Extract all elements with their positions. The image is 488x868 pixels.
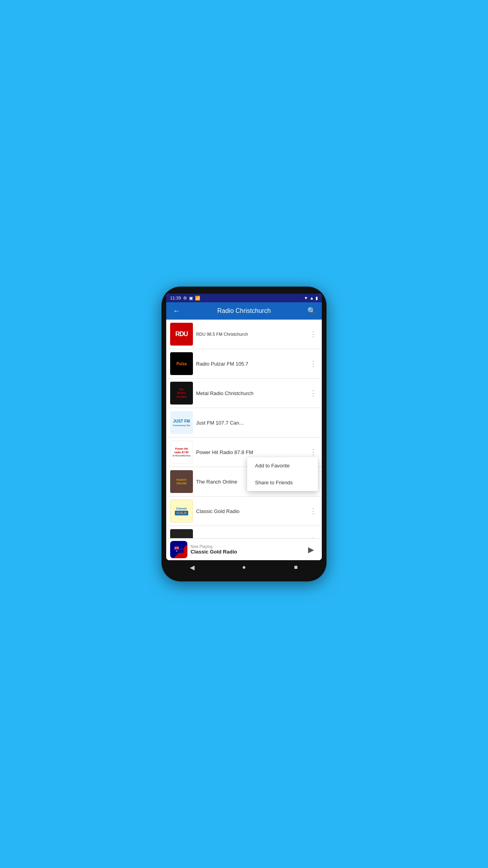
more-button[interactable]: ⋮ (308, 386, 318, 400)
logo-text: Pulza (176, 362, 187, 366)
signal-icon: ▲ (310, 296, 314, 300)
app-bar-title: Radio Christchurch (186, 307, 302, 314)
play-icon: ▶ (308, 545, 314, 554)
nav-recents-button[interactable]: ■ (288, 560, 304, 574)
status-right: ▼ ▲ ▮ (304, 296, 318, 301)
logo-text: DAVE (174, 538, 188, 539)
radio-logo: Power Hitradio 87.8F St Albans/Mairehau (170, 441, 193, 463)
list-item[interactable]: RDU RDU 98.5 FM Christchurch ⋮ (166, 320, 322, 349)
now-playing-title: Classic Gold Radio (191, 549, 301, 555)
nav-home-icon: ● (242, 564, 246, 571)
list-item[interactable]: TALRADIOSHOWS Metal Radio Christchurch ⋮… (166, 379, 322, 408)
wifi-icon: ▼ (304, 296, 308, 300)
list-item[interactable]: DAVE Radio Dave FM 107.4 ⋮ (166, 526, 322, 538)
status-time: 11:39 (170, 296, 181, 300)
now-playing-icon: 🇦🇺 (170, 541, 187, 558)
now-playing-bar[interactable]: 🇦🇺 Now Playing : Classic Gold Radio ▶ (166, 538, 322, 560)
nav-recents-icon: ■ (294, 564, 298, 571)
nav-home-button[interactable]: ● (236, 560, 252, 574)
radio-list: RDU RDU 98.5 FM Christchurch ⋮ Pulza Rad… (166, 320, 322, 538)
radio-logo: TALRADIOSHOWS (170, 382, 193, 405)
radio-logo: RANCHONLINE (170, 470, 193, 493)
radio-name: RDU 98.5 FM Christchurch (193, 332, 308, 337)
app-bar: ← Radio Christchurch 🔍 (166, 302, 322, 320)
status-bar: 11:39 ⚙ ▣ 📶 ▼ ▲ ▮ (166, 294, 322, 302)
battery-icon: ▮ (316, 296, 318, 301)
radio-name: Classic Gold Radio (193, 508, 308, 514)
phone-screen: 11:39 ⚙ ▣ 📶 ▼ ▲ ▮ ← Radio Christchurch 🔍 (166, 294, 322, 560)
logo-text: RDU (175, 331, 188, 338)
logo-text: JUST FM (173, 419, 190, 423)
radio-name: Power Hit Radio 87.8 FM (193, 449, 308, 455)
search-button[interactable]: 🔍 (305, 305, 318, 317)
more-button[interactable]: ⋮ (308, 327, 318, 341)
nav-back-button[interactable]: ◀ (184, 560, 200, 574)
logo-text: Power Hitradio 87.8F (174, 447, 189, 454)
logo-text: Classic (176, 507, 187, 510)
add-to-favorite-button[interactable]: Add to Favorite (247, 457, 318, 474)
nav-bar: ◀ ● ■ (166, 560, 322, 574)
share-to-friends-button[interactable]: Share to Friends (247, 474, 318, 491)
list-item[interactable]: Pulza Radio Pulzar FM 105.7 ⋮ (166, 349, 322, 379)
back-icon: ← (173, 307, 180, 315)
radio-logo: Pulza (170, 352, 193, 375)
radio-name: Metal Radio Christchurch (193, 390, 308, 396)
settings-icon: ⚙ (183, 296, 187, 301)
radio-logo: DAVE (170, 529, 193, 538)
more-button[interactable]: ⋮ (308, 357, 318, 371)
radio-name: Just FM 107.7 Can... (193, 420, 308, 426)
more-button[interactable]: ⋮ (308, 504, 318, 518)
radio-logo: JUST FM Community Sta (170, 411, 193, 434)
list-item[interactable]: JUST FM Community Sta Just FM 107.7 Can.… (166, 408, 322, 438)
play-button[interactable]: ▶ (304, 542, 318, 557)
now-playing-label: Now Playing : (191, 544, 301, 549)
back-button[interactable]: ← (170, 305, 183, 317)
nav-back-icon: ◀ (190, 564, 194, 571)
sim-icon: 📶 (195, 296, 200, 301)
search-icon: 🔍 (307, 307, 316, 315)
context-menu: Add to Favorite Share to Friends (247, 457, 318, 491)
square-icon: ▣ (189, 296, 193, 301)
radio-logo: RDU (170, 323, 193, 346)
more-button[interactable]: ⋮ (308, 533, 318, 538)
logo-text: RANCHONLINE (176, 478, 187, 485)
radio-name: Radio Dave FM 107.4 (193, 538, 308, 539)
logo-text: TALRADIOSHOWS (176, 388, 187, 398)
now-playing-info: Now Playing : Classic Gold Radio (187, 544, 304, 555)
radio-logo: Classic GOLD (170, 500, 193, 522)
radio-name: Radio Pulzar FM 105.7 (193, 361, 308, 367)
list-item[interactable]: Classic GOLD Classic Gold Radio ⋮ (166, 497, 322, 526)
status-left: 11:39 ⚙ ▣ 📶 (170, 296, 200, 301)
phone-frame: 11:39 ⚙ ▣ 📶 ▼ ▲ ▮ ← Radio Christchurch 🔍 (161, 287, 327, 581)
